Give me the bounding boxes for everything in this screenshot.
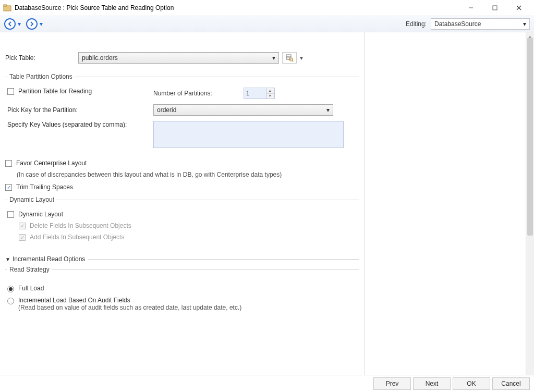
trim-spaces-row: Trim Trailing Spaces <box>5 183 359 191</box>
prev-button[interactable]: Prev <box>373 377 411 390</box>
svg-rect-6 <box>286 55 291 59</box>
editing-label: Editing: <box>406 20 427 28</box>
dynamic-layout-row: Dynamic Layout <box>7 211 357 218</box>
prev-label: Prev <box>386 380 399 387</box>
editing-value: DatabaseSource <box>434 20 481 28</box>
nav-forward-dropdown[interactable]: ▾ <box>39 20 44 28</box>
incremental-expander[interactable]: ▼ Incremental Read Options <box>5 255 359 263</box>
collapse-icon: ▼ <box>5 256 10 262</box>
browse-table-dropdown[interactable]: ▾ <box>298 52 305 64</box>
read-strategy-group: Read Strategy Full Load Incremental Load… <box>5 266 359 317</box>
dynamic-layout-checkbox[interactable] <box>7 211 14 218</box>
nav-forward-button[interactable] <box>26 18 38 30</box>
delete-fields-label: Delete Fields In Subsequent Objects <box>30 222 131 229</box>
svg-rect-3 <box>493 6 497 10</box>
trim-spaces-label: Trim Trailing Spaces <box>16 183 73 191</box>
pick-table-value: public.orders <box>82 54 118 62</box>
partition-checkbox-label: Partition Table for Reading <box>18 88 92 95</box>
incremental-load-desc: (Read based on value of audit fields suc… <box>18 304 241 311</box>
dynamic-layout-legend: Dynamic Layout <box>7 196 56 203</box>
specify-key-input[interactable] <box>153 121 344 148</box>
favor-layout-row: Favor Centerprise Layout <box>5 160 359 167</box>
favor-layout-label: Favor Centerprise Layout <box>16 160 87 167</box>
chevron-down-icon: ▾ <box>272 54 275 62</box>
pick-table-row: Pick Table: public.orders ▾ ▾ <box>5 52 359 64</box>
chevron-down-icon: ▾ <box>326 106 330 114</box>
nav-back-button[interactable] <box>4 18 16 30</box>
navigation-bar: ▾ ▾ Editing: DatabaseSource ▾ <box>0 16 534 32</box>
spinner-up-button[interactable]: ▴ <box>266 88 274 94</box>
dynamic-layout-label: Dynamic Layout <box>18 211 63 218</box>
close-button[interactable] <box>507 0 531 16</box>
cancel-label: Cancel <box>501 380 520 387</box>
add-fields-row: Add Fields In Subsequent Objects <box>19 234 357 241</box>
next-button[interactable]: Next <box>413 377 451 390</box>
vertical-scrollbar[interactable]: ▴ <box>526 32 534 375</box>
partition-checkbox[interactable] <box>7 88 14 95</box>
svg-line-10 <box>292 60 293 62</box>
detail-panel: ▴ <box>365 32 534 375</box>
nav-back-dropdown[interactable]: ▾ <box>17 20 22 28</box>
pick-table-label: Pick Table: <box>5 54 78 62</box>
trim-spaces-checkbox[interactable] <box>5 184 12 191</box>
content-area: Pick Table: public.orders ▾ ▾ Table Part… <box>0 32 534 375</box>
read-strategy-legend: Read Strategy <box>7 266 52 273</box>
cancel-button[interactable]: Cancel <box>492 377 530 390</box>
incremental-header: Incremental Read Options <box>13 255 85 263</box>
incremental-load-label: Incremental Load Based On Audit Fields <box>18 297 241 304</box>
pick-table-combo[interactable]: public.orders ▾ <box>78 52 279 64</box>
editing-select[interactable]: DatabaseSource ▾ <box>431 18 530 30</box>
partition-group: Table Partition Options Partition Table … <box>5 73 359 150</box>
partition-enable-row: Partition Table for Reading <box>7 88 153 95</box>
specify-key-label: Specify Key Values (separated by comma): <box>7 121 153 128</box>
partition-legend: Table Partition Options <box>7 73 75 80</box>
delete-fields-checkbox <box>19 223 26 229</box>
ok-button[interactable]: OK <box>453 377 490 390</box>
incremental-load-radio[interactable] <box>7 298 14 304</box>
favor-layout-checkbox[interactable] <box>5 160 12 167</box>
title-bar: DatabaseSource : Pick Source Table and R… <box>0 0 534 16</box>
database-source-icon <box>3 4 11 12</box>
delete-fields-row: Delete Fields In Subsequent Objects <box>19 222 357 229</box>
scroll-thumb[interactable] <box>527 38 533 236</box>
num-partitions-label: Number of Partitions: <box>153 90 212 97</box>
dynamic-layout-group: Dynamic Layout Dynamic Layout Delete Fie… <box>5 196 359 247</box>
num-partitions-value[interactable]: 1 <box>244 88 266 99</box>
spinner-down-button[interactable]: ▾ <box>266 94 274 99</box>
svg-rect-1 <box>4 5 7 6</box>
main-panel: Pick Table: public.orders ▾ ▾ Table Part… <box>0 32 365 375</box>
full-load-radio[interactable] <box>7 286 14 292</box>
incremental-load-row: Incremental Load Based On Audit Fields (… <box>7 297 357 311</box>
ok-label: OK <box>467 380 476 387</box>
add-fields-label: Add Fields In Subsequent Objects <box>30 234 124 241</box>
full-load-label: Full Load <box>18 285 44 292</box>
add-fields-checkbox <box>19 234 26 241</box>
minimize-button[interactable] <box>459 0 483 16</box>
pick-key-combo[interactable]: orderid ▾ <box>153 104 333 116</box>
chevron-down-icon: ▾ <box>523 20 526 28</box>
num-partitions-spinner[interactable]: 1 ▴ ▾ <box>244 88 275 99</box>
browse-table-button[interactable] <box>282 52 297 64</box>
window-title: DatabaseSource : Pick Source Table and R… <box>15 4 459 11</box>
footer-bar: Prev Next OK Cancel <box>0 375 534 392</box>
next-label: Next <box>426 380 439 387</box>
full-load-row: Full Load <box>7 285 357 292</box>
pick-key-label: Pick Key for the Partition: <box>7 106 153 114</box>
favor-layout-hint: (In case of discrepancies between this l… <box>17 171 359 178</box>
maximize-button[interactable] <box>483 0 507 16</box>
pick-key-value: orderid <box>157 106 176 114</box>
